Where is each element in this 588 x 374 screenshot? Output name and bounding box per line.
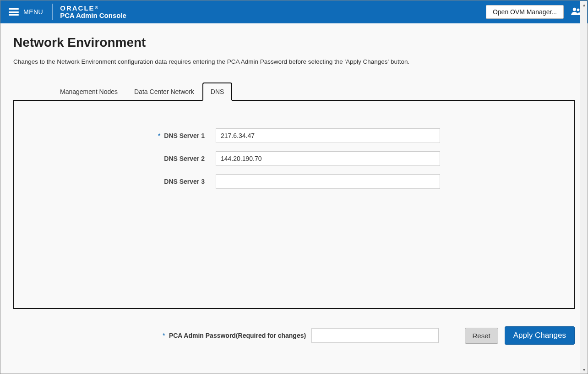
- footer-row: * PCA Admin Password(Required for change…: [13, 326, 575, 345]
- required-marker: *: [163, 332, 165, 339]
- hamburger-icon: [9, 8, 19, 16]
- tab-bar: Management Nodes Data Center Network DNS: [52, 82, 575, 100]
- input-dns-server-2[interactable]: [216, 151, 440, 166]
- reset-button[interactable]: Reset: [465, 328, 498, 344]
- scrollbar[interactable]: ▴ ▾: [580, 1, 587, 373]
- page-title: Network Environment: [13, 35, 575, 50]
- top-bar: MENU ORACLE® PCA Admin Console Open OVM …: [0, 0, 588, 23]
- tab-data-center-network[interactable]: Data Center Network: [126, 82, 202, 100]
- input-dns-server-3[interactable]: [216, 174, 440, 189]
- required-marker: *: [158, 132, 160, 139]
- tab-panel-dns: * DNS Server 1 DNS Server 2 DNS Server 3: [13, 100, 575, 309]
- svg-point-1: [577, 8, 580, 11]
- input-pca-admin-password[interactable]: [311, 328, 439, 343]
- brand-block: ORACLE® PCA Admin Console: [54, 5, 126, 20]
- label-pca-admin-password: PCA Admin Password(Required for changes): [169, 332, 306, 339]
- main-content: Network Environment Changes to the Netwo…: [0, 23, 588, 354]
- label-dns-server-2: DNS Server 2: [164, 155, 205, 162]
- scroll-up-icon[interactable]: ▴: [580, 1, 588, 8]
- row-dns-server-2: DNS Server 2: [33, 151, 555, 166]
- input-dns-server-1[interactable]: [216, 128, 440, 143]
- open-ovm-manager-button[interactable]: Open OVM Manager...: [486, 5, 564, 19]
- tab-container: Management Nodes Data Center Network DNS…: [13, 82, 575, 309]
- label-dns-server-3: DNS Server 3: [164, 178, 205, 185]
- page-description: Changes to the Network Environment confi…: [13, 58, 575, 65]
- row-dns-server-3: DNS Server 3: [33, 174, 555, 189]
- apply-changes-button[interactable]: Apply Changes: [505, 326, 575, 345]
- menu-button[interactable]: MENU: [0, 0, 51, 23]
- tab-dns[interactable]: DNS: [202, 82, 233, 101]
- tab-management-nodes[interactable]: Management Nodes: [52, 82, 126, 100]
- row-dns-server-1: * DNS Server 1: [33, 128, 555, 143]
- svg-point-0: [573, 8, 576, 11]
- brand-subtitle: PCA Admin Console: [60, 12, 126, 20]
- menu-label: MENU: [23, 8, 43, 16]
- registered-icon: ®: [95, 6, 99, 11]
- label-dns-server-1: DNS Server 1: [164, 132, 205, 139]
- divider: [52, 4, 53, 20]
- brand-logo: ORACLE®: [60, 5, 126, 12]
- brand-logo-text: ORACLE: [60, 5, 94, 12]
- scroll-down-icon[interactable]: ▾: [580, 366, 588, 373]
